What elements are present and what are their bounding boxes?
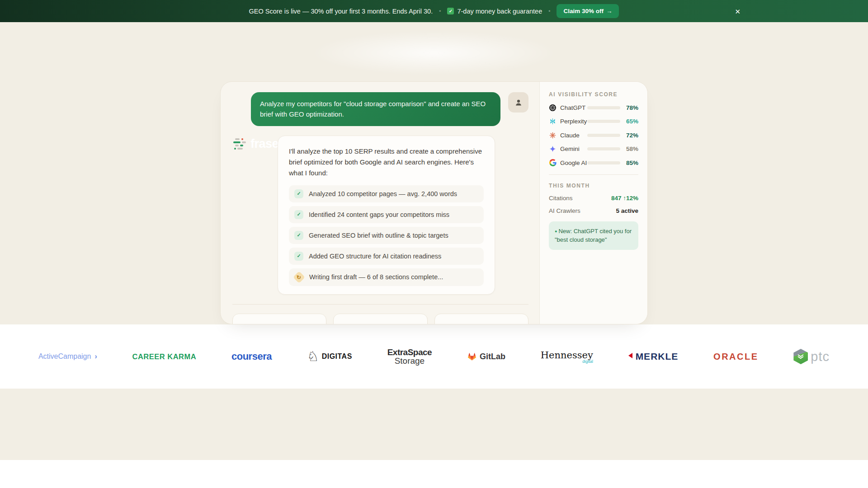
logo-ptc: ptc	[793, 349, 830, 364]
task-step-text: Generated SEO brief with outline & topic…	[309, 232, 448, 239]
claim-discount-button[interactable]: Claim 30% off →	[557, 4, 619, 18]
frase-logo-icon	[232, 136, 248, 152]
extraspace-wordmark-line1: ExtraSpace	[387, 348, 432, 357]
score-name: ChatGPT	[560, 104, 587, 111]
score-value: 85%	[620, 160, 638, 166]
ptc-hexagon-icon	[793, 349, 808, 364]
hero-section: Analyze my competitors for "cloud storag…	[0, 22, 868, 324]
logo-activecampaign: ActiveCampaign ›	[38, 352, 97, 361]
sidebar-divider	[549, 174, 638, 175]
check-icon: ✓	[294, 252, 303, 261]
task-step-row: ✓ Identified 24 content gaps your compet…	[289, 206, 484, 223]
stat-value: 30s	[233, 322, 326, 325]
stat-value: 92	[435, 322, 528, 325]
stat-card-research-time: 30s Research Time	[232, 314, 326, 325]
arrow-right-icon: →	[606, 8, 613, 14]
close-banner-button[interactable]: ✕	[733, 6, 742, 16]
ai-crawlers-row: AI Crawlers 5 active	[549, 207, 638, 214]
stat-value: 24	[334, 322, 427, 325]
unicorn-icon: ♘	[307, 350, 319, 363]
gitlab-wordmark: GitLab	[480, 352, 505, 361]
check-icon: ✓	[294, 189, 303, 198]
score-bar	[587, 161, 620, 164]
gitlab-tanuki-icon	[467, 352, 477, 361]
task-step-row-in-progress: ↻ Writing first draft — 6 of 8 sections …	[289, 268, 484, 286]
claude-icon	[549, 131, 557, 139]
gemini-icon	[549, 145, 557, 153]
promo-banner: GEO Score is live — 30% off your first 3…	[0, 0, 868, 22]
check-icon: ✓	[294, 231, 303, 240]
score-name: Google AI	[560, 160, 587, 166]
check-icon: ✓	[294, 210, 303, 219]
score-value: 58%	[620, 145, 638, 152]
promo-message: GEO Score is live — 30% off your first 3…	[249, 8, 433, 15]
score-row-google-ai: Google AI 85%	[549, 159, 638, 167]
score-name: Gemini	[560, 145, 587, 152]
score-name: Perplexity	[560, 118, 587, 125]
chevron-right-icon: ›	[94, 352, 97, 361]
score-value: 78%	[620, 104, 638, 111]
ai-crawlers-value: 5 active	[616, 207, 638, 214]
guarantee-label: 7-day money back guarantee	[457, 8, 542, 15]
logo-oracle: ORACLE	[713, 352, 758, 362]
stats-row: 30s Research Time 24 Gaps Found 92 Targe…	[232, 314, 528, 325]
bottom-section	[0, 460, 868, 488]
lower-spacer	[0, 389, 868, 460]
task-step-text: Writing first draft — 6 of 8 sections co…	[309, 273, 443, 281]
task-step-row: ✓ Added GEO structure for AI citation re…	[289, 248, 484, 265]
guarantee-text: ✓ 7-day money back guarantee	[447, 8, 542, 15]
spinner-icon: ↻	[293, 271, 305, 283]
stat-card-gaps-found: 24 Gaps Found	[333, 314, 427, 325]
frase-wordmark: frase	[250, 137, 278, 151]
oracle-wordmark: ORACLE	[713, 352, 758, 362]
assistant-response-card: I'll analyze the top 10 SERP results and…	[278, 136, 495, 295]
separator-dot: •	[548, 8, 550, 14]
score-row-gemini: Gemini 58%	[549, 145, 638, 153]
score-value: 65%	[620, 118, 638, 125]
customer-logos-band: ActiveCampaign › CAREER KARMA coursera ♘…	[0, 324, 868, 389]
hero-glow	[307, 30, 561, 75]
digitas-wordmark: DIGITAS	[322, 352, 352, 361]
merkle-wordmark: MERKLE	[636, 351, 679, 362]
ptc-wordmark: ptc	[811, 349, 830, 364]
user-message-bubble: Analyze my competitors for "cloud storag…	[251, 92, 500, 126]
task-steps-list: ✓ Analyzed 10 competitor pages — avg. 2,…	[289, 185, 484, 286]
score-bar	[587, 147, 620, 150]
citation-alert: ●New: ChatGPT cited you for "best cloud …	[549, 221, 638, 250]
citations-value: 847 ↑12%	[611, 195, 638, 202]
merkle-triangle-icon	[628, 353, 632, 358]
logo-extraspace-storage: ExtraSpace Storage	[387, 348, 432, 365]
claim-discount-label: Claim 30% off	[563, 8, 604, 14]
score-bar	[587, 120, 620, 123]
logo-career-karma: CAREER KARMA	[132, 352, 197, 361]
logo-hennessey-digital: Hennessey digital	[541, 350, 593, 364]
chatgpt-icon	[549, 104, 557, 112]
chat-demo-card: Analyze my competitors for "cloud storag…	[220, 81, 648, 324]
stat-card-target-score: 92 Target Score	[434, 314, 528, 325]
logo-coursera: coursera	[231, 351, 272, 362]
task-step-text: Identified 24 content gaps your competit…	[309, 211, 449, 218]
task-step-row: ✓ Generated SEO brief with outline & top…	[289, 227, 484, 244]
career-karma-wordmark: CAREER KARMA	[132, 352, 197, 361]
frase-logo: frase	[232, 136, 278, 152]
user-avatar	[508, 92, 528, 113]
activecampaign-wordmark: ActiveCampaign	[38, 352, 91, 361]
ai-crawlers-label: AI Crawlers	[549, 207, 580, 214]
visibility-score-title: AI VISIBILITY SCORE	[549, 91, 638, 98]
score-row-claude: Claude 72%	[549, 131, 638, 139]
task-step-text: Added GEO structure for AI citation read…	[309, 253, 441, 260]
score-bar	[587, 106, 620, 109]
citation-alert-text: New: ChatGPT cited you for "best cloud s…	[555, 228, 632, 244]
separator-dot: •	[439, 8, 441, 14]
task-step-row: ✓ Analyzed 10 competitor pages — avg. 2,…	[289, 185, 484, 202]
task-step-text: Analyzed 10 competitor pages — avg. 2,40…	[309, 190, 457, 197]
this-month-title: THIS MONTH	[549, 183, 638, 189]
extraspace-wordmark-line2: Storage	[387, 357, 432, 365]
score-bar	[587, 134, 620, 137]
perplexity-icon	[549, 117, 557, 125]
logo-merkle: MERKLE	[628, 351, 679, 362]
coursera-wordmark: coursera	[231, 351, 272, 362]
score-value: 72%	[620, 132, 638, 139]
citations-label: Citations	[549, 195, 573, 202]
user-message-row: Analyze my competitors for "cloud storag…	[232, 92, 528, 126]
